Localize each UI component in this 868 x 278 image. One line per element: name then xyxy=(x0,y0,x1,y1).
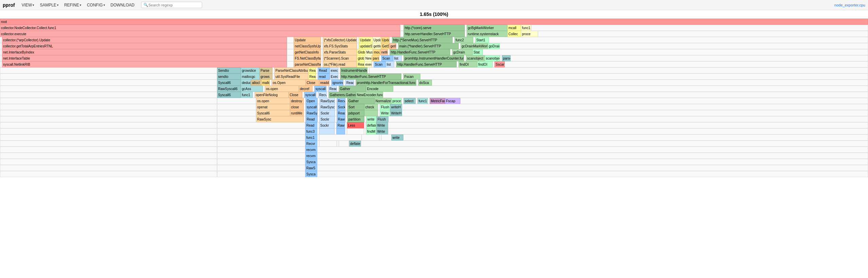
flame-block[interactable]: Gatherers.Gather xyxy=(329,92,356,98)
flame-block[interactable]: list xyxy=(393,55,402,61)
flame-block[interactable]: syscall.NetlinkRIB xyxy=(2,61,287,67)
flame-block[interactable]: Recvr xyxy=(337,98,345,104)
flame-block[interactable]: Sendto xyxy=(217,67,241,73)
flame-block[interactable]: Read xyxy=(357,61,364,67)
flame-block[interactable]: goDrainMark xyxy=(488,43,500,49)
flame-block[interactable]: RawSyscall6 xyxy=(320,104,335,110)
flame-block[interactable]: parse xyxy=(502,55,510,61)
flame-block[interactable]: gcDrainMarkWorks xyxy=(461,43,488,49)
flame-block[interactable]: promhttp.InstrumentHandlerCounter.func1 xyxy=(404,55,464,61)
flame-block[interactable]: func1 xyxy=(418,98,428,104)
flame-block[interactable]: doSca xyxy=(418,80,432,86)
flame-block[interactable]: grows xyxy=(259,73,272,80)
flame-block[interactable]: Sockr xyxy=(319,122,334,128)
flame-block[interactable]: http.HandlerFunc.ServeHTTP xyxy=(390,49,450,55)
flame-block[interactable]: mallocgc xyxy=(241,73,259,80)
flame-block[interactable]: write xyxy=(366,116,377,122)
flame-block[interactable]: RawSysc xyxy=(256,116,304,122)
flame-block[interactable]: promhttp.HandlerForTransactional.func1 xyxy=(356,80,416,86)
flame-block[interactable]: openFileNolog xyxy=(255,92,289,98)
flame-block[interactable]: func1 xyxy=(521,25,531,31)
flame-block[interactable]: check xyxy=(364,104,378,110)
flame-block[interactable]: gcAss xyxy=(241,86,263,92)
menu-view[interactable]: VIEW ▾ xyxy=(20,2,36,8)
flame-block[interactable]: netlint xyxy=(380,49,388,55)
flame-block[interactable]: partition xyxy=(347,116,364,122)
flame-block[interactable]: Read xyxy=(305,122,317,128)
flame-block[interactable]: parseNetClassIface xyxy=(294,61,321,67)
flame-block[interactable]: Flush xyxy=(380,104,390,110)
flame-block[interactable]: http.HandlerFunc.ServeHTTP xyxy=(396,61,457,67)
flame-block[interactable]: Read xyxy=(318,67,330,73)
flame-block[interactable]: read xyxy=(318,73,330,80)
flame-block[interactable] xyxy=(400,25,404,31)
flame-block[interactable]: ParseNetClassAttribute xyxy=(274,67,308,73)
flame-block[interactable]: Updat xyxy=(381,37,389,43)
search-input[interactable] xyxy=(148,3,196,7)
flame-block[interactable]: growslice xyxy=(241,67,259,73)
flame-block[interactable]: Read xyxy=(308,73,316,80)
flame-block[interactable]: http.HandlerFunc.ServeHTTP xyxy=(340,73,401,80)
flame-block[interactable]: pdqsort xyxy=(347,110,364,116)
flame-block[interactable]: Read xyxy=(328,86,337,92)
flame-block[interactable]: decref xyxy=(299,86,312,92)
flame-block[interactable]: getNe xyxy=(389,43,396,49)
flame-block[interactable]: deflate xyxy=(366,122,376,128)
flame-block[interactable]: NormalizeM xyxy=(374,98,391,104)
flame-block[interactable]: MetricFamilyToText xyxy=(430,98,445,104)
flame-block[interactable]: func1 xyxy=(305,134,317,141)
flame-block[interactable]: Syscall6 xyxy=(256,110,290,116)
menu-sample[interactable]: SAMPLE ▾ xyxy=(38,2,60,8)
flame-block[interactable]: execu xyxy=(364,61,372,67)
flame-block[interactable]: scanobject xyxy=(485,55,500,61)
flame-block[interactable]: func1 xyxy=(241,92,253,98)
flame-block[interactable]: close xyxy=(290,104,304,110)
flame-block[interactable]: findOI xyxy=(477,61,493,67)
flame-block[interactable] xyxy=(364,110,378,116)
flame-block[interactable]: root xyxy=(0,19,868,25)
flame-block[interactable]: Mush xyxy=(365,49,373,55)
flame-block[interactable]: recvm xyxy=(305,153,317,159)
flame-block[interactable]: syscall.read xyxy=(314,86,326,92)
flame-block[interactable]: syscall.read xyxy=(304,92,316,98)
flame-block[interactable]: Update xyxy=(294,37,321,43)
flame-block[interactable]: Syscall6 xyxy=(217,92,241,98)
flame-block[interactable]: WriteH xyxy=(390,110,402,116)
flame-block[interactable]: (*xfsCollector).Update xyxy=(323,37,357,43)
flame-block[interactable]: net.InterfaceTable xyxy=(2,55,287,61)
flame-block[interactable]: (*Scanner).Scan xyxy=(323,55,357,61)
flame-block[interactable]: RawR xyxy=(337,116,345,122)
flame-block[interactable]: os.open xyxy=(256,98,290,104)
flame-block[interactable]: xfs.ParseStats xyxy=(323,49,357,55)
flame-block[interactable]: Write xyxy=(376,122,388,128)
flame-block[interactable]: Read xyxy=(337,110,345,116)
flame-block[interactable]: Open xyxy=(306,98,317,104)
flame-block[interactable]: write xyxy=(391,134,403,141)
flame-block[interactable]: Close xyxy=(289,92,302,98)
flame-block[interactable]: gettloc xyxy=(372,43,381,49)
flame-block[interactable]: gcDrain xyxy=(452,49,472,55)
flame-block[interactable]: Syscall6 xyxy=(217,80,241,86)
flame-block[interactable]: openat xyxy=(256,104,290,110)
menu-config[interactable]: CONFIG ▾ xyxy=(85,2,107,8)
flame-block[interactable]: func2 xyxy=(455,37,473,43)
flame-block[interactable]: destroy xyxy=(290,98,304,104)
flame-block[interactable]: deduc xyxy=(241,80,251,86)
flame-block[interactable]: mcall xyxy=(507,25,521,31)
flame-block[interactable]: http.(*conn).serve xyxy=(404,25,465,31)
flame-block[interactable]: Gather xyxy=(347,98,374,104)
menu-download[interactable]: DOWNLOAD xyxy=(109,2,136,8)
flame-block[interactable]: Fscap xyxy=(445,98,460,104)
flame-block[interactable]: Parse xyxy=(259,67,272,73)
flame-block[interactable]: RawS xyxy=(305,165,317,171)
flame-block[interactable]: Recvr xyxy=(305,141,317,147)
flame-block[interactable]: Readl xyxy=(308,67,316,73)
flame-block[interactable]: syscall.Syscall xyxy=(306,104,317,110)
menu-refine[interactable]: REFINE ▾ xyxy=(63,2,83,8)
flame-block[interactable]: Sockr xyxy=(320,110,335,116)
flame-block[interactable]: RawSysc xyxy=(306,110,317,116)
flame-block[interactable]: gcBgMarkWorker xyxy=(467,25,507,31)
flame-block[interactable]: InstrumentHandlerInFlight.func1 xyxy=(340,67,367,73)
flame-block[interactable]: Encode xyxy=(366,86,393,92)
flame-block[interactable]: mount xyxy=(373,49,380,55)
